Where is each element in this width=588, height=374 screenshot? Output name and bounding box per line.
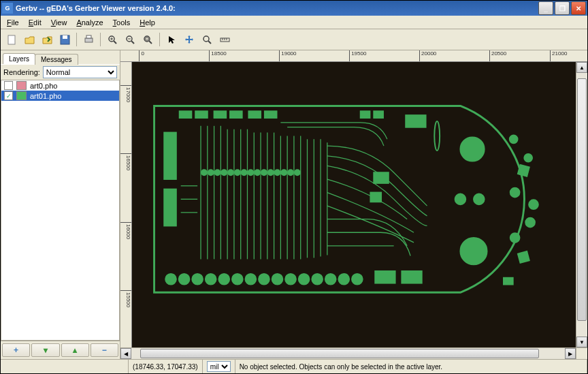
app-icon: G [2,3,13,14]
svg-rect-2 [63,35,67,39]
gerber-canvas[interactable] [132,62,576,347]
layer-row-0[interactable]: art0.pho [1,80,119,91]
svg-point-34 [510,135,518,143]
svg-point-41 [510,233,520,243]
status-coordinates: (18746.33, 17047.33) [129,360,203,373]
pan-tool-button[interactable] [181,31,197,48]
svg-point-63 [201,170,207,175]
svg-point-12 [144,36,150,42]
menu-edit[interactable]: Edit [24,18,46,27]
scroll-down-button[interactable]: ▼ [576,337,587,347]
pan-icon [184,35,195,45]
svg-point-48 [192,274,203,285]
add-layer-button[interactable]: + [2,343,30,357]
svg-line-16 [208,41,211,44]
svg-rect-21 [164,132,176,178]
open-button[interactable] [21,31,37,48]
scroll-up-button[interactable]: ▲ [576,62,587,73]
svg-rect-23 [180,111,192,118]
svg-rect-22 [164,189,176,225]
move-layer-up-button[interactable]: ▴ [61,343,89,357]
vertical-scrollbar[interactable]: ▲ ▼ [576,62,587,347]
move-layer-down-button[interactable]: ▾ [31,343,59,357]
window-title: Gerbv -- gEDA's Gerber Viewer version 2.… [16,4,538,12]
svg-point-69 [242,170,247,175]
units-select[interactable]: mil [207,361,231,372]
save-icon [60,35,70,45]
zoom-tool-button[interactable] [199,31,215,48]
svg-rect-61 [375,271,395,283]
ruler-horizontal: 0 18500 19000 19500 20000 20500 21000 21… [120,50,587,62]
tab-layers[interactable]: Layers [3,53,35,64]
zoom-fit-button[interactable] [140,31,156,48]
pointer-tool-button[interactable] [163,31,180,48]
layer-color-swatch[interactable] [16,91,27,100]
print-button[interactable] [80,31,97,48]
svg-point-15 [203,36,209,42]
svg-rect-31 [406,115,425,127]
minimize-button[interactable]: _ [538,1,553,15]
svg-line-6 [114,41,116,44]
scroll-right-button[interactable]: ▶ [565,348,576,359]
rendering-label: Rendering: [3,68,40,76]
svg-rect-0 [8,35,15,44]
svg-rect-26 [230,111,242,118]
tab-messages[interactable]: Messages [35,54,78,65]
menu-analyze[interactable]: Analyze [71,18,108,27]
zoom-in-button[interactable] [104,31,120,48]
layer-visibility-checkbox[interactable] [4,81,13,90]
svg-point-58 [325,274,336,285]
layer-color-swatch[interactable] [16,81,27,90]
svg-point-59 [338,274,349,285]
save-button[interactable] [56,31,73,48]
svg-point-50 [218,274,229,285]
svg-point-74 [275,170,280,175]
svg-rect-29 [361,111,370,118]
horizontal-scrollbar[interactable]: ◀ ▶ [120,347,587,359]
svg-point-56 [299,274,310,285]
new-button[interactable] [3,31,20,48]
scroll-left-button[interactable]: ◀ [120,348,131,359]
svg-line-10 [131,41,134,44]
svg-point-57 [312,274,323,285]
svg-point-33 [460,137,484,161]
svg-rect-14 [146,37,148,40]
svg-point-37 [474,193,485,204]
pcb-render [141,74,567,325]
close-button[interactable]: ✕ [571,1,586,15]
svg-point-49 [206,274,216,285]
layer-name: art0.pho [30,82,57,90]
rendering-select[interactable]: Normal [43,66,117,78]
zoom-out-button[interactable] [122,31,138,48]
print-icon [84,35,94,45]
svg-point-67 [228,170,233,175]
svg-point-72 [261,170,267,175]
maximize-button[interactable]: ❐ [555,1,570,15]
svg-rect-45 [504,278,513,285]
svg-point-36 [455,193,466,204]
title-bar[interactable]: G Gerbv -- gEDA's Gerber Viewer version … [1,1,587,16]
menu-view[interactable]: View [46,18,72,27]
menu-help[interactable]: Help [135,18,160,27]
svg-point-53 [259,274,270,285]
svg-point-71 [255,170,260,175]
measure-tool-button[interactable] [216,31,233,48]
menu-file[interactable]: File [2,18,24,27]
svg-point-38 [510,187,520,197]
svg-point-73 [268,170,274,175]
status-message: No object selected. Objects can only be … [235,360,587,373]
menu-tools[interactable]: Tools [108,18,135,27]
menu-bar: File Edit View Analyze Tools Help [1,16,587,29]
layer-row-1[interactable]: ✓ art01.pho [1,91,119,101]
layer-list[interactable]: art0.pho ✓ art01.pho [1,80,120,341]
svg-point-65 [215,170,220,175]
sidebar: Layers Messages Rendering: Normal art0.p… [1,50,120,359]
app-window: G Gerbv -- gEDA's Gerber Viewer version … [0,0,588,374]
svg-point-42 [525,217,535,227]
layer-visibility-checkbox[interactable]: ✓ [4,91,13,100]
zoom-out-icon [125,35,135,45]
remove-layer-button[interactable]: − [91,343,118,357]
svg-point-47 [179,274,190,285]
revert-button[interactable] [39,31,55,48]
measure-icon [220,35,230,45]
